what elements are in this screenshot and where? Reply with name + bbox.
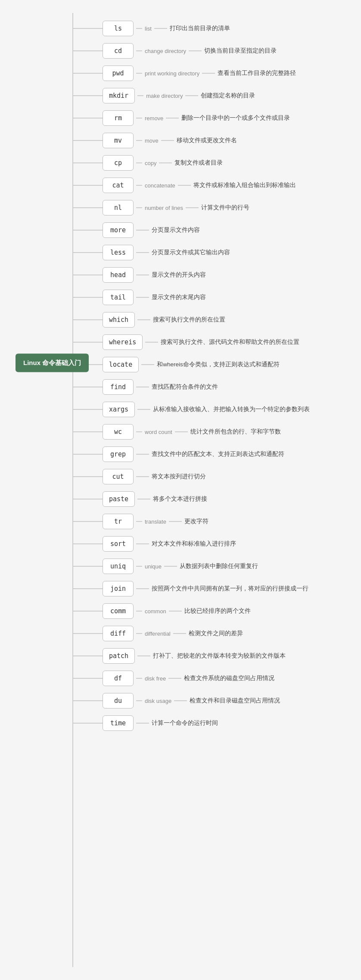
cmd-box-sort: sort <box>103 536 134 552</box>
cmd-box-time: time <box>103 715 134 731</box>
cmd-box-grep: grep <box>103 446 134 462</box>
cmd-desc: 切换当前目录至指定的目录 <box>204 47 361 55</box>
connector-line <box>136 118 142 119</box>
cmd-box-cat: cat <box>103 178 134 193</box>
cmd-box-patch: patch <box>103 648 135 664</box>
cmd-desc: 检查文件系统的磁盘空间占用情况 <box>184 674 361 682</box>
cmd-fullname: remove <box>145 115 163 122</box>
cmd-box-mv: mv <box>103 133 134 148</box>
cmd-fullname: word count <box>145 429 172 435</box>
command-row-sort: sort对文本文件和标准输入进行排序 <box>72 533 361 555</box>
cmd-desc: 计算文件中的行号 <box>201 204 361 212</box>
cmd-fullname: unique <box>145 563 162 570</box>
cmd-desc: 按照两个文件中共同拥有的某一列，将对应的行拼接成一行 <box>152 585 361 593</box>
cmd-desc: 创建指定名称的目录 <box>201 92 361 100</box>
command-row-cut: cut将文本按列进行切分 <box>72 465 361 488</box>
cmd-box-cut: cut <box>103 469 134 484</box>
cmd-desc: 检测文件之间的差异 <box>189 630 361 637</box>
cmd-desc: 搜索可执行文件的所在位置 <box>153 316 361 324</box>
page-container: lslist打印出当前目录的清单cdchange directory切换当前目录… <box>0 0 361 980</box>
command-row-patch: patch打补丁、把较老的文件版本转变为较新的文件版本 <box>72 645 361 667</box>
cmd-box-comm: comm <box>103 603 134 619</box>
cmd-box-cp: cp <box>103 155 134 171</box>
cmd-desc: 将多个文本进行拼接 <box>153 495 361 503</box>
connector-line <box>136 162 142 163</box>
cmd-box-which: which <box>103 312 135 328</box>
connector-line <box>136 700 142 701</box>
command-row-tail: tail显示文件的末尾内容 <box>72 286 361 309</box>
cmd-box-less: less <box>103 245 134 260</box>
command-row-more: more分页显示文件内容 <box>72 219 361 241</box>
command-row-du: dudisk usage检查文件和目录磁盘空间占用情况 <box>72 690 361 712</box>
command-row-nl: nlnumber of lines计算文件中的行号 <box>72 197 361 219</box>
connector-line <box>136 431 142 432</box>
command-row-ls: lslist打印出当前目录的清单 <box>72 17 361 40</box>
cmd-desc: 计算一个命令的运行时间 <box>152 719 361 727</box>
cmd-fullname: common <box>145 608 166 615</box>
command-row-comm: commcommon比较已经排序的两个文件 <box>72 600 361 622</box>
cmd-box-diff: diff <box>103 626 134 641</box>
cmd-box-xargs: xargs <box>103 402 135 417</box>
cmd-desc: 显示文件的末尾内容 <box>152 293 361 301</box>
command-row-df: dfdisk free检查文件系统的磁盘空间占用情况 <box>72 667 361 690</box>
cmd-fullname: disk free <box>145 675 166 682</box>
cmd-fullname: move <box>145 137 159 144</box>
command-row-time: time计算一个命令的运行时间 <box>72 712 361 734</box>
cmd-fullname: concatenate <box>145 182 175 189</box>
command-row-mkdir: mkdirmake directory创建指定名称的目录 <box>72 84 361 107</box>
cmd-desc: 打印出当前目录的清单 <box>170 25 361 32</box>
command-row-join: join按照两个文件中共同拥有的某一列，将对应的行拼接成一行 <box>72 577 361 600</box>
cmd-desc: 搜索可执行文件、源代码文件和帮助文件的所在位置 <box>161 338 361 346</box>
cmd-box-tail: tail <box>103 290 134 305</box>
connector-line <box>136 207 142 208</box>
command-row-xargs: xargs从标准输入接收输入、并把输入转换为一个特定的参数列表 <box>72 398 361 421</box>
cmd-fullname: print working directory <box>145 70 199 77</box>
cmd-desc: 更改字符 <box>184 518 361 525</box>
command-row-less: less分页显示文件或其它输出内容 <box>72 241 361 264</box>
cmd-box-wc: wc <box>103 424 134 440</box>
cmd-desc: 查找文件中的匹配文本、支持正则表达式和通配符 <box>152 450 361 458</box>
cmd-fullname: number of lines <box>145 205 183 211</box>
cmd-fullname: change directory <box>145 48 186 54</box>
cmd-desc: 和whereis命令类似，支持正则表达式和通配符 <box>157 361 361 368</box>
connector-line <box>136 566 142 567</box>
cmd-box-rm: rm <box>103 110 134 126</box>
cmd-fullname: list <box>145 25 152 32</box>
cmd-box-head: head <box>103 267 134 283</box>
cmd-box-du: du <box>103 693 134 708</box>
command-row-cd: cdchange directory切换当前目录至指定的目录 <box>72 40 361 62</box>
cmd-box-mkdir: mkdir <box>103 88 135 103</box>
command-row-rm: rmremove删除一个目录中的一个或多个文件或目录 <box>72 107 361 129</box>
connector-line <box>136 678 142 679</box>
cmd-box-uniq: uniq <box>103 559 134 574</box>
connector-line <box>136 73 142 74</box>
page-title: Linux 命令基础入门 <box>16 354 89 372</box>
cmd-box-find: find <box>103 379 134 395</box>
command-row-find: find查找匹配符合条件的文件 <box>72 376 361 398</box>
cmd-box-ls: ls <box>103 21 134 36</box>
commands-list: lslist打印出当前目录的清单cdchange directory切换当前目录… <box>72 9 361 743</box>
cmd-desc: 统计文件所包含的行、字和字节数 <box>190 428 361 436</box>
command-row-whereis: whereis搜索可执行文件、源代码文件和帮助文件的所在位置 <box>72 331 361 353</box>
command-row-cat: catconcatenate将文件或标准输入组合输出到标准输出 <box>72 174 361 197</box>
command-row-uniq: uniqunique从数据列表中删除任何重复行 <box>72 555 361 577</box>
command-row-locate: locate和whereis命令类似，支持正则表达式和通配符 <box>72 353 361 376</box>
command-row-which: which搜索可执行文件的所在位置 <box>72 309 361 331</box>
connector-line <box>137 95 143 96</box>
cmd-box-locate: locate <box>103 357 139 372</box>
connector-line <box>136 50 142 51</box>
command-row-paste: paste将多个文本进行拼接 <box>72 488 361 510</box>
cmd-desc: 复制文件或者目录 <box>174 159 361 167</box>
cmd-fullname: disk usage <box>145 698 171 704</box>
cmd-desc: 显示文件的开头内容 <box>152 271 361 279</box>
cmd-fullname: make directory <box>146 93 183 99</box>
cmd-desc: 分页显示文件或其它输出内容 <box>152 249 361 256</box>
cmd-desc: 从数据列表中删除任何重复行 <box>180 562 361 570</box>
cmd-fullname: copy <box>145 160 156 166</box>
cmd-box-tr: tr <box>103 514 134 529</box>
command-row-grep: grep查找文件中的匹配文本、支持正则表达式和通配符 <box>72 443 361 465</box>
cmd-box-join: join <box>103 581 134 596</box>
cmd-box-nl: nl <box>103 200 134 215</box>
command-row-wc: wcword count统计文件所包含的行、字和字节数 <box>72 421 361 443</box>
command-row-cp: cpcopy复制文件或者目录 <box>72 152 361 174</box>
